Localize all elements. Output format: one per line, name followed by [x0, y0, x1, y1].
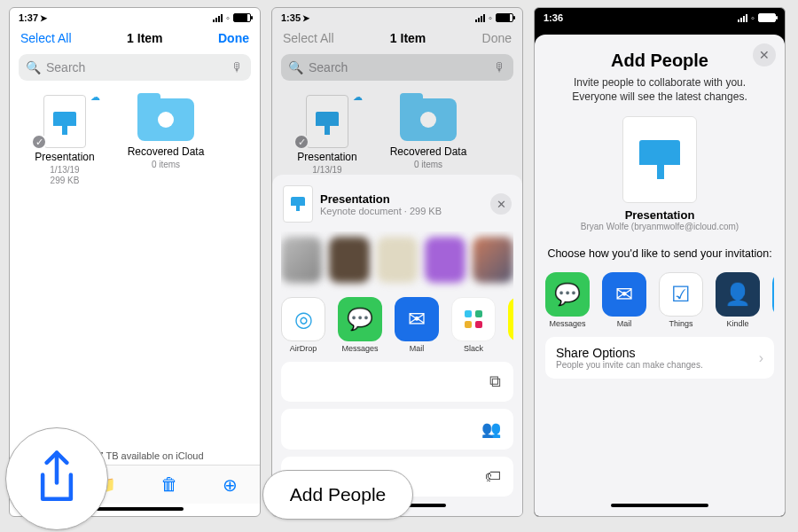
folder-icon	[137, 98, 194, 141]
cell-signal-icon	[213, 14, 223, 22]
close-card-button[interactable]: ✕	[753, 43, 776, 66]
nav-bar: Select All 1 Item Done	[272, 26, 522, 51]
location-icon: ➤	[302, 13, 309, 23]
contact-avatar[interactable]	[473, 237, 513, 283]
app-mail[interactable]: ✉︎Mail	[602, 272, 646, 328]
callout-add-people: Add People	[262, 470, 413, 520]
share-options-row[interactable]: Share Options People you invite can make…	[545, 337, 774, 379]
file-name: Presentation	[288, 152, 366, 164]
done-button[interactable]: Done	[218, 31, 249, 45]
file-item-presentation: ☁︎ ✓ Presentation 1/13/19 299 KB	[288, 95, 366, 186]
copy-icon: ⧉	[489, 372, 501, 391]
file-name: Presentation	[26, 152, 104, 164]
selected-check-icon: ✓	[293, 134, 309, 150]
invite-apps-row[interactable]: 💬Messages ✉︎Mail ☑︎Things 👤Kindle ✦T	[545, 267, 774, 330]
contact-avatar[interactable]	[425, 237, 466, 283]
chevron-right-icon: ›	[759, 350, 763, 366]
location-icon: ➤	[40, 13, 47, 23]
status-time: 1:35	[281, 12, 301, 23]
mic-icon[interactable]: 🎙	[231, 60, 244, 74]
action-copy[interactable]: Copy⧉	[281, 362, 513, 402]
messages-icon: 💬	[338, 297, 382, 341]
app-slack[interactable]: Slack	[451, 297, 496, 353]
battery-icon	[758, 13, 776, 22]
file-item-recovered: Recovered Data 0 items	[389, 95, 467, 186]
file-date: 1/13/19	[288, 165, 366, 176]
app-snap[interactable]: 👻Sn	[508, 297, 513, 353]
phone-add-people: 1:36 ◦ ✕ Add People Invite people to col…	[534, 7, 786, 517]
search-placeholder: Search	[309, 60, 348, 74]
airdrop-icon: ◎	[281, 297, 325, 341]
wifi-icon: ◦	[751, 12, 755, 23]
more-button[interactable]: ⊕	[223, 474, 238, 496]
choose-prompt: Choose how you'd like to send your invit…	[545, 244, 774, 267]
home-indicator[interactable]	[611, 504, 708, 507]
mic-icon: 🎙	[494, 60, 506, 74]
app-things[interactable]: ☑︎Things	[659, 272, 703, 328]
messages-icon: 💬	[545, 272, 590, 317]
share-apps-row[interactable]: ◎AirDrop 💬Messages ✉︎Mail Slack 👻Sn	[281, 292, 513, 355]
search-icon: 🔍	[26, 60, 41, 74]
search-icon: 🔍	[288, 60, 303, 74]
cloud-upload-icon: ☁︎	[353, 91, 363, 103]
document-owner: Bryan Wolfe (bryanmwolfe@icloud.com)	[545, 222, 774, 231]
add-people-card: ✕ Add People Invite people to collaborat…	[535, 35, 785, 516]
nav-title: 1 Item	[127, 31, 162, 45]
app-label: Mail	[410, 344, 425, 353]
file-date: 1/13/19	[26, 165, 104, 176]
sheet-title: Presentation	[320, 192, 442, 206]
select-all-button[interactable]: Select All	[20, 31, 72, 45]
nav-bar: Select All 1 Item Done	[10, 26, 260, 51]
twitter-icon: ✦	[772, 272, 774, 317]
callout-label: Add People	[290, 484, 387, 505]
keynote-file-icon	[43, 95, 86, 148]
app-airdrop[interactable]: ◎AirDrop	[281, 297, 325, 353]
document-preview-icon	[622, 116, 697, 203]
cell-signal-icon	[475, 14, 485, 22]
kindle-icon: 👤	[716, 272, 760, 317]
search-placeholder: Search	[46, 60, 85, 74]
search-field[interactable]: 🔍 Search 🎙	[19, 54, 251, 81]
file-grid: ☁︎ ✓ Presentation 1/13/19 299 KB Recover…	[10, 88, 260, 193]
close-sheet-button[interactable]: ✕	[490, 193, 512, 215]
app-label: Slack	[464, 344, 483, 353]
home-indicator[interactable]	[86, 507, 184, 511]
share-options-subtitle: People you invite can make changes.	[556, 360, 703, 370]
action-add-people[interactable]: Add People👥	[281, 409, 513, 450]
contact-avatar[interactable]	[329, 237, 370, 283]
app-twitter[interactable]: ✦T	[772, 272, 774, 328]
card-lead: Invite people to collaborate with you. E…	[545, 71, 774, 113]
app-messages[interactable]: 💬Messages	[338, 297, 382, 353]
tag-icon: 🏷	[485, 467, 501, 486]
cell-signal-icon	[738, 14, 747, 22]
contact-avatar[interactable]	[281, 237, 322, 283]
cloud-upload-icon: ☁︎	[90, 91, 100, 103]
battery-icon	[496, 13, 513, 22]
app-label: Things	[669, 319, 692, 328]
app-kindle[interactable]: 👤Kindle	[716, 272, 760, 328]
app-label: AirDrop	[290, 344, 317, 353]
sheet-subtitle: Keynote document · 299 KB	[320, 206, 442, 216]
app-label: Messages	[341, 344, 378, 353]
file-meta: 0 items	[389, 160, 467, 170]
delete-button[interactable]: 🗑	[160, 474, 178, 495]
file-name: Recovered Data	[127, 146, 205, 159]
file-item-recovered[interactable]: Recovered Data 0 items	[127, 95, 205, 186]
snapchat-icon: 👻	[508, 297, 513, 341]
app-mail[interactable]: ✉︎Mail	[395, 297, 439, 353]
select-all-button: Select All	[283, 31, 334, 45]
app-label: Messages	[549, 319, 585, 328]
slack-icon	[451, 297, 496, 341]
sheet-file-icon	[283, 185, 313, 223]
card-title: Add People	[545, 51, 774, 71]
file-item-presentation[interactable]: ☁︎ ✓ Presentation 1/13/19 299 KB	[26, 95, 104, 186]
airdrop-contacts-row[interactable]	[281, 231, 513, 292]
file-meta: 0 items	[127, 160, 205, 170]
nav-title: 1 Item	[390, 31, 426, 45]
contact-avatar[interactable]	[377, 237, 418, 283]
status-time: 1:36	[544, 12, 563, 23]
file-size: 299 KB	[26, 176, 104, 186]
app-messages[interactable]: 💬Messages	[545, 272, 590, 328]
wifi-icon: ◦	[489, 12, 492, 23]
share-options-title: Share Options	[556, 346, 703, 360]
